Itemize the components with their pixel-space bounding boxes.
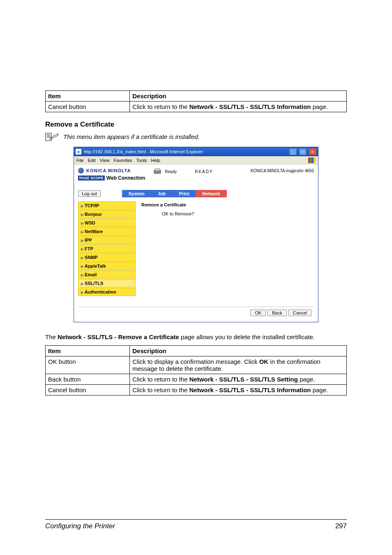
svg-rect-5: [155, 169, 159, 171]
bt-r2-item: Cancel button: [46, 384, 130, 395]
km-logo-icon: [78, 168, 84, 173]
ok-button[interactable]: OK: [250, 310, 266, 316]
pagescope-badge: PAGE SCOPE: [78, 176, 105, 180]
back-button[interactable]: Back: [267, 310, 286, 316]
menu-file[interactable]: File: [76, 158, 84, 163]
top-row-item: Cancel button: [46, 102, 130, 112]
triangle-icon: ▶: [81, 230, 84, 234]
menu-tools[interactable]: Tools: [136, 158, 147, 163]
triangle-icon: ▶: [81, 221, 84, 225]
logout-button[interactable]: Log out: [78, 190, 101, 197]
footer-page-number: 297: [335, 522, 347, 530]
tab-network[interactable]: Network: [196, 190, 226, 197]
tab-print[interactable]: Print: [172, 190, 196, 197]
sidebar-item-bonjour[interactable]: ▶Bonjour: [78, 210, 136, 218]
content-message: OK to Remove?: [162, 211, 312, 216]
note: This menu item appears if a certificate …: [45, 132, 347, 141]
sidebar-item-wsd[interactable]: ▶WSD: [78, 219, 136, 227]
bt-r0-item: OK button: [46, 356, 130, 374]
brand-block: KONICA MINOLTA PAGE SCOPE Web Connection: [78, 168, 145, 181]
bt-r1-desc: Click to return to the Network - SSL/TLS…: [130, 374, 347, 384]
svg-rect-0: [46, 133, 51, 141]
windows-flag-icon: [308, 157, 316, 163]
triangle-icon: ▶: [81, 247, 84, 251]
browser-window: e http://192.168.1.2/a_index.html - Micr…: [74, 147, 318, 322]
triangle-icon: ▶: [81, 213, 84, 217]
sidebar-item-ipp[interactable]: ▶IPP: [78, 236, 136, 244]
close-button[interactable]: ×: [309, 148, 316, 155]
top-th-desc: Description: [130, 91, 347, 102]
printer-icon: [153, 168, 161, 175]
bt-r0-desc: Click to display a confirmation message.…: [130, 356, 347, 374]
bt-th-desc: Description: [130, 345, 347, 356]
triangle-icon: ▶: [81, 273, 84, 277]
titlebar: e http://192.168.1.2/a_index.html - Micr…: [74, 147, 318, 156]
ready-small: Ready: [165, 169, 177, 174]
menubar: File Edit View Favorites Tools Help: [74, 156, 318, 164]
table-row: Cancel button Click to return to the Net…: [46, 384, 347, 395]
printer-model: KONICA MINOLTA magicolor 4650: [251, 168, 314, 173]
top-th-item: Item: [46, 91, 130, 102]
section-heading: Remove a Certificate: [45, 120, 347, 129]
body-paragraph: The Network - SSL/TLS - Remove a Certifi…: [45, 333, 347, 341]
bt-th-item: Item: [46, 345, 130, 356]
menu-view[interactable]: View: [100, 158, 110, 163]
sidebar-item-email[interactable]: ▶Email: [78, 271, 136, 279]
sidebar-item-appletalk[interactable]: ▶AppleTalk: [78, 262, 136, 270]
top-row-desc: Click to return to the Network - SSL/TLS…: [130, 102, 347, 112]
sidebar-item-snmp[interactable]: ▶SNMP: [78, 253, 136, 261]
menu-help[interactable]: Help: [151, 158, 160, 163]
content-heading: Remove a Certificate: [141, 202, 312, 207]
sidebar: ▶TCP/IP ▶Bonjour ▶WSD ▶NetWare ▶IPP ▶FTP…: [78, 201, 136, 296]
minimize-button[interactable]: _: [289, 148, 297, 155]
menu-edit[interactable]: Edit: [88, 158, 96, 163]
web-connection-label: Web Connection: [106, 175, 145, 181]
note-icon: [45, 132, 59, 141]
triangle-icon: ▶: [81, 282, 84, 286]
ie-icon: e: [76, 149, 81, 155]
window-title: http://192.168.1.2/a_index.html - Micros…: [84, 149, 287, 154]
note-text: This menu item appears if a certificate …: [63, 133, 200, 140]
brand-name: KONICA MINOLTA: [86, 168, 131, 173]
tab-job[interactable]: Job: [151, 190, 173, 197]
page-footer: Configuring the Printer 297: [45, 519, 347, 530]
table-row: Back button Click to return to the Netwo…: [46, 374, 347, 384]
menu-favorites[interactable]: Favorites: [113, 158, 132, 163]
bt-r1-item: Back button: [46, 374, 130, 384]
table-row: Cancel button Click to return to the Net…: [46, 102, 347, 112]
top-table: Item Description Cancel button Click to …: [45, 90, 347, 112]
bottom-table: Item Description OK button Click to disp…: [45, 345, 347, 395]
tab-system[interactable]: System: [122, 190, 151, 197]
maximize-button[interactable]: □: [299, 148, 307, 155]
ready-big: READY: [195, 169, 213, 174]
table-row: OK button Click to display a confirmatio…: [46, 356, 347, 374]
sidebar-item-netware[interactable]: ▶NetWare: [78, 227, 136, 236]
sidebar-item-authentication[interactable]: ▶Authentication: [78, 288, 136, 296]
triangle-icon: ▶: [81, 290, 84, 294]
cancel-button[interactable]: Cancel: [288, 310, 311, 316]
sidebar-item-tcpip[interactable]: ▶TCP/IP: [78, 201, 136, 210]
triangle-icon: ▶: [81, 204, 84, 208]
footer-section: Configuring the Printer: [45, 522, 115, 530]
sidebar-item-ssltls[interactable]: ▶SSL/TLS: [78, 279, 136, 287]
triangle-icon: ▶: [81, 238, 84, 243]
sidebar-item-ftp[interactable]: ▶FTP: [78, 245, 136, 253]
triangle-icon: ▶: [81, 264, 84, 268]
triangle-icon: ▶: [81, 256, 84, 260]
bt-r2-desc: Click to return to the Network - SSL/TLS…: [130, 384, 347, 395]
